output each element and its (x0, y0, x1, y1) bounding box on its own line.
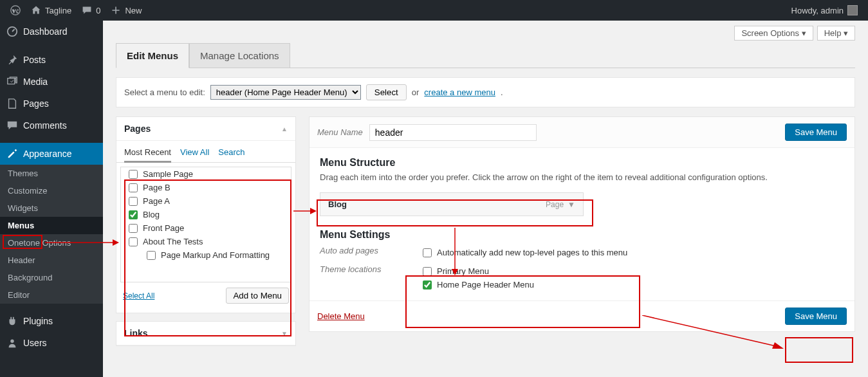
theme-locations-label: Theme locations (320, 264, 397, 291)
select-label: Select a menu to edit: (124, 87, 205, 97)
nav-label: Comments (23, 120, 67, 131)
dashboard-icon (6, 26, 18, 37)
site-link[interactable]: Tagline (26, 0, 77, 21)
screen-options-button[interactable]: Screen Options ▾ (734, 26, 813, 41)
subnav-onetone[interactable]: Onetone Options (0, 234, 103, 252)
collapse-icon: ▲ (281, 125, 288, 133)
admin-bar: Tagline 0 New Howdy, admin (0, 0, 868, 21)
nav-dashboard[interactable]: Dashboard (0, 21, 103, 42)
page-item[interactable]: About The Tests (129, 235, 283, 248)
nav-media[interactable]: Media (0, 71, 103, 93)
tab-most-recent[interactable]: Most Recent (124, 147, 171, 163)
nav-label: Dashboard (23, 26, 68, 37)
nav-plugins[interactable]: Plugins (0, 310, 103, 332)
subnav-header[interactable]: Header (0, 252, 103, 269)
appearance-icon (6, 148, 18, 160)
pages-list[interactable]: Sample Page Page B Page A Blog Front Pag… (120, 167, 291, 282)
tab-search[interactable]: Search (218, 147, 245, 157)
subnav-editor[interactable]: Editor (0, 286, 103, 304)
subnav-background[interactable]: Background (0, 269, 103, 286)
comments-link[interactable]: 0 (77, 0, 106, 21)
pin-icon (6, 54, 18, 66)
page-item[interactable]: Page Markup And Formatting (129, 248, 283, 262)
subnav-menus[interactable]: Menus (0, 217, 103, 234)
page-checkbox[interactable] (129, 224, 138, 233)
page-item[interactable]: Page B (129, 181, 283, 194)
auto-add-checkbox[interactable] (423, 248, 432, 257)
page-checkbox[interactable] (129, 210, 138, 219)
help-button[interactable]: Help ▾ (817, 26, 855, 41)
new-link[interactable]: New (106, 0, 147, 21)
page-item[interactable]: Sample Page (129, 167, 283, 181)
new-label: New (125, 6, 142, 15)
auto-add-label: Auto add pages (320, 246, 397, 259)
save-menu-top-button[interactable]: Save Menu (785, 124, 847, 141)
theme-loc-primary[interactable]: Primary Menu (423, 264, 534, 278)
page-checkbox[interactable] (147, 251, 156, 260)
admin-sidebar: Dashboard Posts Media Pages Comments App… (0, 21, 103, 377)
page-checkbox[interactable] (129, 170, 138, 179)
add-to-menu-button[interactable]: Add to Menu (226, 288, 289, 304)
media-icon (6, 76, 18, 87)
comment-count: 0 (96, 6, 100, 15)
menu-select[interactable]: header (Home Page Header Menu) (210, 85, 361, 100)
menu-structure-desc: Drag each item into the order you prefer… (320, 172, 844, 182)
site-name: Tagline (45, 6, 71, 15)
theme-loc-checkbox[interactable] (423, 267, 432, 276)
page-item[interactable]: Front Page (129, 221, 283, 235)
page-checkbox[interactable] (129, 183, 138, 192)
menu-settings-heading: Menu Settings (320, 229, 844, 241)
nav-label: Appearance (23, 149, 72, 159)
nav-users[interactable]: Users (0, 332, 103, 354)
nav-pages[interactable]: Pages (0, 93, 103, 115)
chevron-down-icon: ▼ (568, 200, 575, 209)
page-item[interactable]: Blog (129, 208, 283, 221)
theme-loc-checkbox[interactable] (423, 280, 432, 290)
subnav-themes[interactable]: Themes (0, 165, 103, 182)
auto-add-option[interactable]: Automatically add new top-level pages to… (423, 246, 627, 259)
menu-item-type[interactable]: Page ▼ (546, 200, 575, 209)
nav-label: Media (23, 77, 48, 87)
page-checkbox[interactable] (129, 237, 138, 246)
delete-menu-link[interactable]: Delete Menu (317, 311, 365, 321)
wp-logo[interactable] (5, 0, 26, 21)
plus-icon (111, 5, 121, 15)
select-button[interactable]: Select (366, 84, 407, 100)
svg-point-2 (10, 340, 14, 343)
nav-tabs: Edit Menus Manage Locations (116, 43, 855, 68)
account-link[interactable]: Howdy, admin (786, 0, 863, 21)
avatar (847, 5, 858, 15)
tab-edit-menus[interactable]: Edit Menus (116, 43, 189, 68)
select-all-link[interactable]: Select All (123, 291, 154, 300)
save-menu-bottom-button[interactable]: Save Menu (785, 308, 847, 325)
page-checkbox[interactable] (129, 197, 138, 206)
nav-label: Plugins (23, 316, 53, 326)
page-item[interactable]: Page A (129, 194, 283, 208)
menu-structure-heading: Menu Structure (320, 157, 844, 169)
nav-label: Pages (23, 98, 49, 109)
tab-view-all[interactable]: View All (180, 147, 209, 157)
page-icon (6, 98, 18, 109)
user-icon (6, 337, 18, 349)
theme-loc-header[interactable]: Home Page Header Menu (423, 278, 534, 291)
nav-posts[interactable]: Posts (0, 49, 103, 71)
nav-appearance[interactable]: Appearance (0, 143, 103, 165)
menu-item-blog[interactable]: Blog Page ▼ (320, 192, 584, 216)
howdy-text: Howdy, admin (791, 6, 844, 15)
tab-manage-locations[interactable]: Manage Locations (189, 43, 290, 68)
or-text: or (412, 87, 420, 97)
subnav-widgets[interactable]: Widgets (0, 199, 103, 217)
nav-label: Posts (23, 55, 46, 65)
pages-title: Pages (124, 124, 151, 134)
nav-comments[interactable]: Comments (0, 115, 103, 136)
menu-editor-footer: Delete Menu Save Menu (309, 300, 854, 331)
content-area: Screen Options ▾ Help ▾ Edit Menus Manag… (103, 21, 868, 377)
pages-metabox-header[interactable]: Pages ▲ (116, 117, 295, 141)
create-menu-link[interactable]: create a new menu (424, 87, 495, 97)
expand-icon: ▼ (281, 330, 288, 337)
pages-tabs: Most Recent View All Search (116, 147, 295, 163)
menu-name-input[interactable] (369, 124, 537, 141)
links-metabox-header[interactable]: Links ▼ (116, 322, 295, 345)
wordpress-icon (10, 5, 21, 15)
subnav-customize[interactable]: Customize (0, 182, 103, 199)
